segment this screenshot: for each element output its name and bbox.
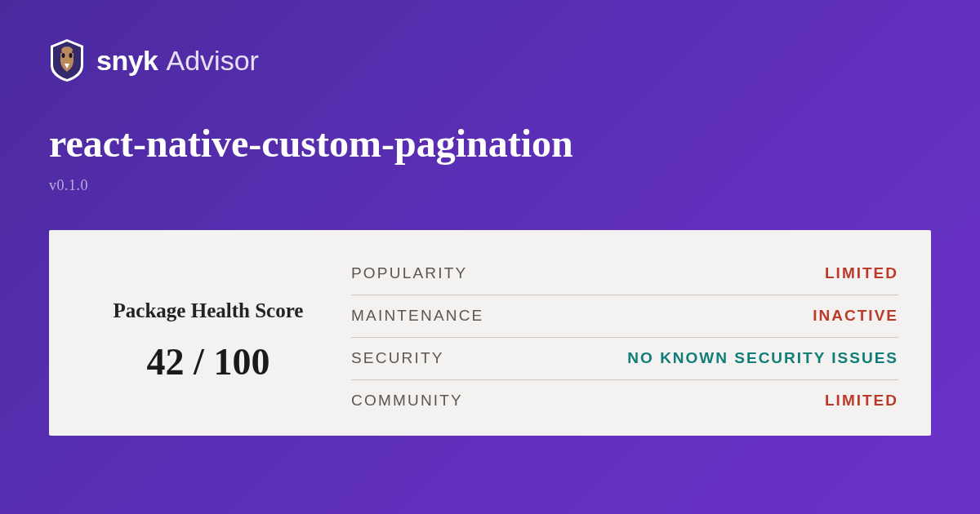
svg-point-1 [69,53,73,58]
metric-row: COMMUNITY LIMITED [351,380,898,422]
metric-label: COMMUNITY [351,392,463,410]
svg-point-0 [62,53,65,58]
metric-value: LIMITED [825,392,898,410]
metrics-list: POPULARITY LIMITED MAINTENANCE INACTIVE … [351,253,898,429]
metric-value: LIMITED [825,264,898,282]
score-value: 42 / 100 [147,340,270,383]
metric-value: INACTIVE [813,307,898,325]
metric-label: MAINTENANCE [351,307,484,325]
package-name: react-native-custom-pagination [49,121,931,166]
brand-header: snyk Advisor [49,39,931,82]
metric-label: POPULARITY [351,264,467,282]
health-card: Package Health Score 42 / 100 POPULARITY… [49,230,931,436]
brand-name-bold: snyk [96,45,158,77]
package-version: v0.1.0 [49,177,931,194]
metric-label: SECURITY [351,349,444,367]
metric-row: SECURITY NO KNOWN SECURITY ISSUES [351,338,898,380]
metric-row: POPULARITY LIMITED [351,253,898,295]
score-label: Package Health Score [114,299,304,322]
metric-row: MAINTENANCE INACTIVE [351,295,898,338]
snyk-logo-icon [49,39,85,82]
brand-name-light: Advisor [167,45,259,77]
metric-value: NO KNOWN SECURITY ISSUES [627,349,898,367]
